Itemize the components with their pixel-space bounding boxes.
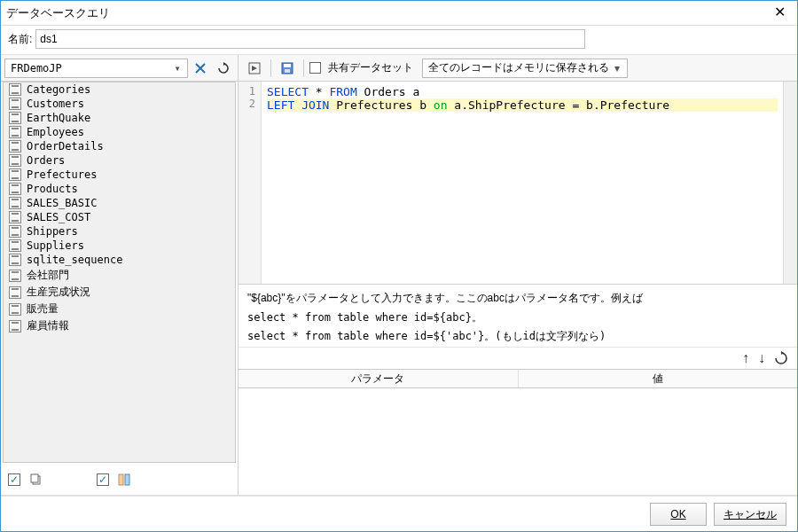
table-item[interactable]: Categories — [4, 82, 235, 97]
option-check-2[interactable]: ✓ — [97, 473, 109, 486]
shared-dataset-checkbox[interactable] — [309, 62, 321, 74]
table-item[interactable]: Employees — [4, 125, 235, 139]
table-icon — [9, 270, 21, 282]
option-check-1[interactable]: ✓ — [8, 473, 20, 486]
sql-editor[interactable]: 12 SELECT * FROM Orders aLEFT JOIN Prefe… — [239, 82, 797, 285]
titlebar: データベースクエリ ✕ — [1, 1, 797, 26]
separator — [270, 59, 271, 77]
help-example-2: select * from table where id=${'abc'}。(も… — [247, 328, 788, 345]
table-label: Orders — [27, 154, 65, 167]
table-item[interactable]: Prefectures — [4, 168, 235, 182]
shared-dataset-label: 共有データセット — [328, 60, 413, 75]
table-label: SALES_COST — [27, 211, 90, 223]
dataset-name-input[interactable] — [35, 29, 585, 49]
storage-mode-select[interactable]: 全てのレコードはメモリに保存される ▾ — [422, 59, 628, 78]
preview-button[interactable] — [244, 59, 265, 78]
help-example-1: select * from table where id=${abc}。 — [247, 309, 788, 326]
table-item[interactable]: Products — [4, 182, 235, 196]
help-hint: "${abc}"をパラメータとして入力できます。ここのabcはパラメータ名です。… — [247, 290, 788, 307]
table-icon — [9, 286, 21, 299]
move-down-button[interactable]: ↓ — [758, 350, 765, 366]
line-gutter: 12 — [239, 82, 262, 284]
param-col-name: パラメータ — [239, 370, 519, 387]
table-icon — [9, 225, 21, 238]
table-label: 販売量 — [27, 301, 59, 317]
left-toolbar: FRDemoJP ▾ — [1, 55, 238, 82]
tools-button[interactable] — [190, 59, 211, 78]
vertical-scrollbar[interactable] — [783, 82, 797, 284]
chevron-down-icon: ▾ — [609, 62, 625, 74]
left-panel: FRDemoJP ▾ CategoriesCustomersEarthQuake… — [1, 55, 239, 495]
cancel-button[interactable]: キャンセル — [714, 503, 786, 526]
param-toolbar: ↑ ↓ — [239, 348, 797, 369]
column-icon[interactable] — [118, 473, 132, 487]
table-icon — [9, 98, 21, 110]
table-label: Categories — [27, 83, 90, 96]
table-item[interactable]: Shippers — [4, 224, 235, 239]
table-label: Suppliers — [27, 239, 84, 252]
refresh-params-button[interactable] — [774, 351, 788, 365]
left-footer: ✓ ✓ — [1, 465, 238, 495]
table-label: 生産完成状況 — [27, 285, 90, 300]
table-icon — [9, 211, 21, 223]
param-table-header: パラメータ 値 — [239, 369, 797, 388]
table-icon — [9, 239, 21, 252]
table-icon — [9, 154, 21, 167]
table-label: Shippers — [27, 225, 78, 238]
right-panel: 共有データセット 全てのレコードはメモリに保存される ▾ 12 SELECT *… — [239, 55, 797, 495]
table-label: Customers — [27, 98, 84, 110]
table-icon — [9, 254, 21, 266]
connection-value: FRDemoJP — [11, 62, 62, 74]
svg-rect-1 — [31, 474, 38, 482]
table-label: SALES_BASIC — [27, 197, 97, 209]
copy-icon[interactable] — [29, 473, 43, 487]
table-label: Prefectures — [27, 168, 97, 181]
parameter-help: "${abc}"をパラメータとして入力できます。ここのabcはパラメータ名です。… — [239, 285, 797, 348]
table-item[interactable]: sqlite_sequence — [4, 253, 235, 267]
svg-rect-3 — [125, 474, 129, 485]
ok-button[interactable]: OK — [650, 503, 707, 526]
name-label: 名前: — [8, 32, 32, 47]
window-title: データベースクエリ — [6, 5, 767, 21]
svg-rect-2 — [119, 474, 123, 485]
storage-mode-value: 全てのレコードはメモリに保存される — [428, 60, 609, 75]
table-label: Products — [27, 183, 78, 195]
sql-toolbar: 共有データセット 全てのレコードはメモリに保存される ▾ — [239, 55, 797, 82]
move-up-button[interactable]: ↑ — [742, 350, 749, 366]
table-label: OrderDetails — [27, 140, 104, 153]
name-row: 名前: — [1, 26, 797, 54]
refresh-button[interactable] — [213, 59, 234, 78]
table-item[interactable]: SALES_BASIC — [4, 196, 235, 210]
table-label: sqlite_sequence — [27, 254, 122, 266]
main-area: FRDemoJP ▾ CategoriesCustomersEarthQuake… — [1, 54, 797, 496]
sql-code[interactable]: SELECT * FROM Orders aLEFT JOIN Prefectu… — [262, 82, 783, 284]
table-label: Employees — [27, 126, 84, 138]
dialog-footer: OK キャンセル — [1, 496, 797, 531]
svg-rect-7 — [285, 69, 290, 73]
table-item[interactable]: Customers — [4, 97, 235, 111]
svg-rect-6 — [284, 64, 291, 67]
table-item[interactable]: Suppliers — [4, 239, 235, 253]
table-item[interactable]: 生産完成状況 — [4, 284, 235, 301]
connection-select[interactable]: FRDemoJP ▾ — [4, 59, 188, 78]
table-item[interactable]: 会社部門 — [4, 267, 235, 284]
table-item[interactable]: Orders — [4, 153, 235, 168]
table-item[interactable]: 販売量 — [4, 301, 235, 317]
table-item[interactable]: SALES_COST — [4, 210, 235, 224]
table-icon — [9, 112, 21, 124]
chevron-down-icon: ▾ — [169, 62, 185, 74]
table-item[interactable]: OrderDetails — [4, 139, 235, 153]
table-label: 会社部門 — [27, 268, 69, 283]
table-item[interactable]: 雇員情報 — [4, 317, 235, 334]
table-icon — [9, 83, 21, 96]
save-button[interactable] — [277, 59, 298, 78]
table-icon — [9, 183, 21, 195]
table-icon — [9, 126, 21, 138]
table-list[interactable]: CategoriesCustomersEarthQuakeEmployeesOr… — [3, 82, 236, 463]
table-icon — [9, 303, 21, 316]
close-button[interactable]: ✕ — [767, 4, 792, 23]
separator — [303, 59, 304, 77]
param-table-body[interactable] — [239, 388, 797, 495]
table-item[interactable]: EarthQuake — [4, 111, 235, 125]
table-icon — [9, 197, 21, 209]
